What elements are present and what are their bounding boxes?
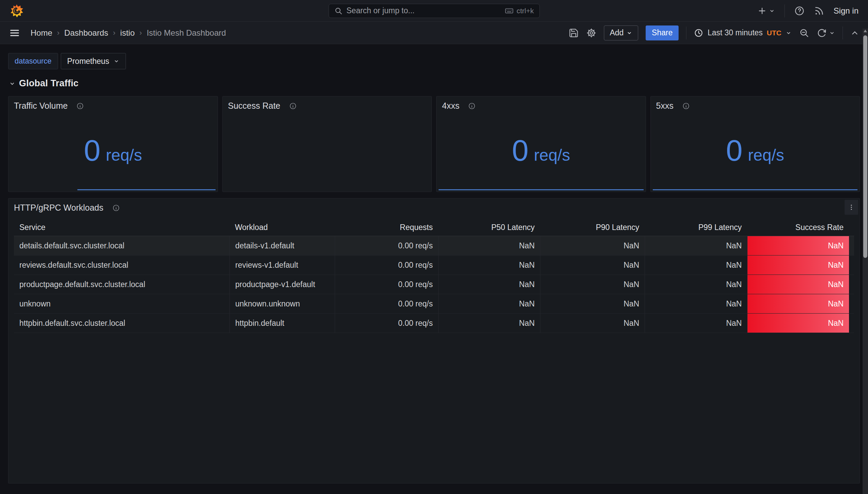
table-cell: NaN — [540, 314, 645, 333]
breadcrumb-dashboards[interactable]: Dashboards — [64, 28, 108, 38]
top-nav-bar: Search or jump to... ctrl+k Sign in — [0, 0, 868, 22]
table-cell: NaN — [438, 294, 540, 313]
panel-title[interactable]: HTTP/gRPC Workloads — [14, 203, 104, 213]
grafana-logo-icon[interactable] — [10, 4, 24, 18]
table-cell: 0.00 req/s — [335, 236, 438, 255]
help-button[interactable] — [794, 6, 805, 16]
divider — [784, 4, 785, 17]
table-cell: NaN — [747, 236, 849, 255]
table-body: details.default.svc.cluster.localdetails… — [14, 236, 854, 333]
column-header[interactable]: P90 Latency — [540, 219, 645, 236]
save-dashboard-button[interactable] — [569, 28, 579, 38]
search-input[interactable]: Search or jump to... ctrl+k — [329, 4, 540, 18]
time-range-picker[interactable]: Last 30 minutes UTC — [694, 28, 792, 38]
breadcrumb-separator: › — [57, 29, 59, 37]
chevron-up-icon — [850, 29, 859, 37]
zoom-out-icon — [799, 28, 809, 38]
stat-unit: req/s — [748, 146, 784, 164]
table-row[interactable]: productpage.default.svc.cluster.localpro… — [14, 275, 854, 294]
table-cell: NaN — [645, 236, 747, 255]
table-cell: NaN — [747, 275, 849, 294]
column-header[interactable]: P50 Latency — [438, 219, 540, 236]
column-header[interactable]: Requests — [335, 219, 438, 236]
refresh-button[interactable] — [817, 28, 835, 38]
search-icon — [334, 7, 343, 15]
scrollbar-up-arrow[interactable] — [864, 30, 867, 32]
column-header[interactable]: Service — [14, 219, 229, 236]
add-panel-button[interactable]: Add — [604, 25, 638, 40]
table-cell: 0.00 req/s — [335, 314, 438, 333]
breadcrumb-separator: › — [113, 29, 115, 37]
dashboard-settings-button[interactable] — [586, 28, 596, 38]
table-cell: NaN — [540, 255, 645, 275]
info-icon[interactable] — [112, 204, 120, 212]
stat-value: 0 — [512, 133, 529, 168]
section-title: Global Traffic — [19, 78, 78, 89]
datasource-value: Prometheus — [67, 57, 109, 66]
datasource-variable-label: datasource — [8, 53, 58, 69]
table-cell: NaN — [438, 255, 540, 275]
table-cell: unknown — [14, 294, 229, 313]
divider — [686, 27, 686, 39]
help-icon — [794, 6, 805, 16]
panel-title[interactable]: Traffic Volume — [14, 101, 68, 111]
panel-menu-kebab-icon[interactable] — [845, 200, 858, 215]
chevron-down-icon — [626, 30, 632, 36]
gear-icon — [586, 28, 596, 38]
mega-menu-button[interactable] — [9, 27, 20, 39]
add-panel-label: Add — [610, 28, 624, 37]
table-cell: NaN — [747, 294, 849, 313]
share-button[interactable]: Share — [646, 25, 679, 40]
table-row[interactable]: httpbin.default.svc.cluster.localhttpbin… — [14, 314, 854, 333]
sign-in-button[interactable]: Sign in — [834, 6, 858, 16]
panel-title[interactable]: Success Rate — [228, 101, 280, 111]
table-cell: 0.00 req/s — [335, 294, 438, 313]
table-row[interactable]: reviews.default.svc.cluster.localreviews… — [14, 255, 854, 275]
info-icon[interactable] — [76, 102, 84, 110]
table-row[interactable]: unknownunknown.unknown0.00 req/sNaNNaNNa… — [14, 294, 854, 314]
stat-value: 0 — [726, 133, 742, 168]
news-button[interactable] — [814, 6, 824, 16]
table-cell: httpbin.default — [229, 314, 335, 333]
chevron-down-icon[interactable] — [829, 30, 835, 36]
zoom-out-time-button[interactable] — [799, 28, 809, 38]
table-cell: NaN — [645, 275, 747, 294]
panel-title[interactable]: 5xxs — [656, 101, 673, 111]
info-icon[interactable] — [289, 102, 297, 110]
table-cell: NaN — [438, 275, 540, 294]
table-cell: details.default.svc.cluster.local — [14, 236, 229, 255]
page-scrollbar-thumb[interactable] — [863, 35, 867, 258]
sparkline — [439, 189, 644, 190]
info-icon[interactable] — [682, 102, 690, 110]
collapse-toolbar-button[interactable] — [850, 29, 859, 37]
stat-value-group: 0 req/s — [8, 133, 218, 168]
table-cell: reviews-v1.default — [229, 255, 335, 275]
stat-unit: req/s — [534, 146, 570, 164]
row-global-traffic[interactable]: Global Traffic — [9, 78, 860, 89]
dashboard-toolbar: Home › Dashboards › istio › Istio Mesh D… — [0, 22, 868, 44]
sparkline — [653, 189, 858, 190]
stat-panel: 4xxs 0 req/s — [436, 96, 646, 192]
panel-title[interactable]: 4xxs — [442, 101, 459, 111]
breadcrumb-home[interactable]: Home — [31, 28, 52, 38]
hamburger-icon — [9, 27, 20, 39]
rss-icon — [814, 6, 824, 16]
table-cell: NaN — [645, 255, 747, 275]
column-header[interactable]: P99 Latency — [645, 219, 747, 236]
table-cell: NaN — [747, 255, 849, 275]
info-icon[interactable] — [468, 102, 476, 110]
add-menu-button[interactable] — [757, 6, 775, 16]
breadcrumb-folder[interactable]: istio — [120, 28, 135, 38]
stat-value: 0 — [84, 133, 100, 168]
save-icon — [569, 28, 579, 38]
search-shortcut: ctrl+k — [505, 6, 534, 15]
table-row[interactable]: details.default.svc.cluster.localdetails… — [14, 236, 854, 255]
table-cell: reviews.default.svc.cluster.local — [14, 255, 229, 275]
page-scrollbar-track[interactable] — [863, 29, 868, 494]
time-range-label: Last 30 minutes — [707, 28, 762, 37]
column-header[interactable]: Success Rate — [747, 219, 849, 236]
column-header[interactable]: Workload — [229, 219, 335, 236]
datasource-variable-select[interactable]: Prometheus — [61, 53, 126, 69]
table-cell: NaN — [645, 294, 747, 313]
chevron-down-icon — [9, 80, 16, 87]
